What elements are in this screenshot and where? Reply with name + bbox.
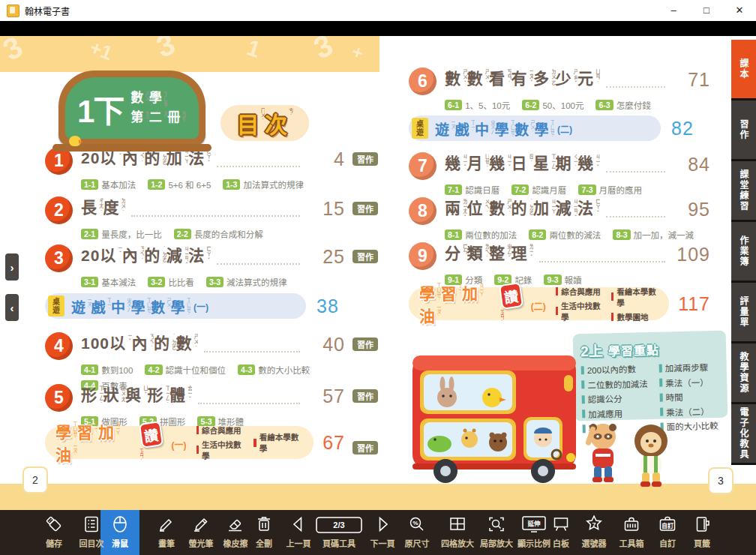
bus-illustration xyxy=(410,345,686,495)
sub-section[interactable]: 8-1兩位數的加法 xyxy=(445,229,517,241)
maximize-button[interactable]: □ xyxy=(690,0,723,21)
workbook-badge[interactable]: 習作 xyxy=(352,389,378,403)
chapter-row: 120以ㄧˇ內ㄋㄟˋ的˙ㄉㄜ加ㄐㄧㄚ法ㄈㄚˇ4習作1-1基本加法1-25+6 和… xyxy=(45,147,378,190)
sub-section[interactable]: 6-11、5、10元 xyxy=(445,99,510,111)
chapter-page-number: 25 xyxy=(306,244,345,268)
char: 習 xyxy=(77,420,93,442)
sub-section[interactable]: 3-2比比看 xyxy=(148,276,194,288)
sub-section[interactable]: 8-3加一加，減一減 xyxy=(613,229,694,241)
sub-section[interactable]: 1-1基本加法 xyxy=(81,178,136,190)
chapter-page-number: 95 xyxy=(671,197,710,221)
zan-stamp: 讚ㄗㄢˋ xyxy=(138,422,169,464)
dotted-leader xyxy=(606,197,666,218)
chapter-entry[interactable]: 7幾ㄐㄧˇ月ㄩㄝˋ幾ㄐㄧˇ日ㄖˋ星ㄒㄧㄥ期ㄑㄧˊ幾ㄐㄧˇ84 xyxy=(409,152,710,180)
lion-character xyxy=(634,424,668,487)
workbook-badge[interactable]: 習作 xyxy=(352,338,378,351)
workbook-badge[interactable]: 習作 xyxy=(352,152,378,166)
svg-text:%: % xyxy=(412,520,418,526)
sub-section-title: 量長度，比一比 xyxy=(101,228,162,240)
sub-section[interactable]: 4-1數到100 xyxy=(81,364,133,376)
chapter-entry[interactable]: 6數ㄕㄨˇ數ㄕㄨˋ看ㄎㄢˋ有ㄧㄡˇ多ㄉㄨㄛ少ㄕㄠˇ元ㄩㄢˊ71 xyxy=(409,68,710,95)
char: 的 xyxy=(154,332,170,355)
close-button[interactable]: ✕ xyxy=(723,0,756,21)
ruby-char: 數ㄕㄨˋ xyxy=(489,197,512,220)
ruby-char: 次ㄘˋ xyxy=(265,106,293,140)
toolbar-page-tab-button[interactable]: 頁籤 xyxy=(678,513,726,549)
right-tab-sidebar: 課本習作課堂練習作業簿評量單教學資源電子化教具 xyxy=(731,40,756,465)
board-game-pill: 桌遊遊ㄧㄡˊ戲ㄒㄧˋ中ㄓㄨㄥ學ㄒㄩㄝˊ數ㄕㄨˋ學ㄒㄩㄝˊ(一) xyxy=(45,293,306,319)
chapter-entry[interactable]: 2長ㄔㄤˊ度ㄉㄨˋ15習作 xyxy=(45,196,378,224)
char: 元 xyxy=(578,68,594,90)
sidebar-tab-3[interactable]: 課堂練習 xyxy=(731,161,756,222)
chapter-entry[interactable]: 5形ㄒㄧㄥˊ狀ㄓㄨㄤˋ與ㄩˇ形ㄒㄧㄥˊ體ㄊㄧˇ57習作 xyxy=(45,384,378,412)
sidebar-tab-4[interactable]: 作業簿 xyxy=(731,222,756,283)
panel-open-arrow[interactable]: › xyxy=(5,254,19,280)
sidebar-tab-6[interactable]: 教學資源 xyxy=(731,344,756,404)
sub-section[interactable]: 7-2認識月曆 xyxy=(512,184,566,196)
dotted-leader xyxy=(539,242,665,262)
chapter-entry[interactable]: 4100以ㄧˇ內ㄋㄟˋ的˙ㄉㄜ數ㄕㄨˋ40習作 xyxy=(45,332,378,360)
chapter-title: 20以ㄧˇ內ㄋㄟˋ的˙ㄉㄜ減ㄐㄧㄢˇ法ㄈㄚˇ xyxy=(81,244,211,267)
char: 長 xyxy=(81,196,98,219)
sidebar-tab-7[interactable]: 電子化教具 xyxy=(731,404,756,465)
workbook-badge[interactable]: 習作 xyxy=(352,250,378,263)
chapter-entry[interactable]: 320以ㄧˇ內ㄋㄟˋ的˙ㄉㄜ減ㄐㄧㄢˇ法ㄈㄚˇ25習作 xyxy=(45,244,378,272)
zhuyin-annotation: ㄗㄢˋ xyxy=(499,310,504,325)
sub-section-code: 1-2 xyxy=(148,179,165,190)
ruby-char: 加ㄐㄧㄚ xyxy=(98,420,120,442)
chapter-row: 320以ㄧˇ內ㄋㄟˋ的˙ㄉㄜ減ㄐㄧㄢˇ法ㄈㄚˇ25習作3-1基本減法3-2比比看… xyxy=(45,244,378,288)
sub-section[interactable]: 4-3數的大小比較 xyxy=(238,364,310,376)
minimize-button[interactable]: – xyxy=(657,0,690,21)
bonus-tag-column: 看繪本學數學 xyxy=(254,431,304,454)
toolbar-mouse-button[interactable]: 滑鼠 xyxy=(96,513,144,549)
sub-section[interactable]: 6-3怎麼付錢 xyxy=(596,99,650,111)
sidebar-tab-1[interactable]: 課本 xyxy=(731,40,756,100)
sub-section[interactable]: 3-1基本減法 xyxy=(81,276,136,288)
sub-section[interactable]: 7-3月曆的應用 xyxy=(578,184,642,196)
sub-section-title: 比比看 xyxy=(168,276,194,288)
sub-section[interactable]: 8-2兩位數的減法 xyxy=(529,229,601,241)
bonus-tag: 生活中找數學 xyxy=(196,439,248,461)
char: 中 xyxy=(111,296,125,316)
sidebar-tab-5[interactable]: 評量單 xyxy=(731,283,756,344)
ruby-char: 月ㄩㄝˋ xyxy=(467,152,490,175)
sub-section[interactable]: 9-3報讀 xyxy=(544,274,581,286)
board-game-entry[interactable]: 桌遊遊ㄧㄡˊ戲ㄒㄧˋ中ㄓㄨㄥ學ㄒㄩㄝˊ數ㄕㄨˋ學ㄒㄩㄝˊ(二)82 xyxy=(409,116,710,141)
panel-close-arrow[interactable]: ‹ xyxy=(5,294,19,321)
board-game-title: 遊ㄧㄡˊ戲ㄒㄧˋ中ㄓㄨㄥ學ㄒㄩㄝˊ數ㄕㄨˋ學ㄒㄩㄝˊ xyxy=(71,296,190,316)
zan-stamp: 讚ㄗㄢˋ xyxy=(498,284,527,325)
sub-section[interactable]: 1-3加法算式的規律 xyxy=(223,178,304,190)
char: 加 xyxy=(533,197,550,220)
char: 幾 xyxy=(578,152,594,175)
board-game-badge: 桌遊 xyxy=(48,296,64,316)
ruby-char: 第ㄉㄧˋ xyxy=(130,110,149,126)
bonus-entry[interactable]: 學ㄒㄩㄝˊ習ㄒㄧˊ加ㄐㄧㄚ油ㄧㄡˊ讚ㄗㄢˋ(二)綜合與應用生活中找數學看繪本學數… xyxy=(409,287,710,320)
sub-section[interactable]: 1-25+6 和 6+5 xyxy=(148,178,211,190)
sidebar-tab-label: 評量單 xyxy=(737,296,750,328)
bonus-entry[interactable]: 學ㄒㄩㄝˊ習ㄒㄧˊ加ㄐㄧㄚ油ㄧㄡˊ讚ㄗㄢˋ(一)綜合與應用生活中找數學看繪本學數… xyxy=(45,426,378,459)
ruby-char: 以ㄧˇ xyxy=(100,244,122,267)
sub-section-title: 怎麼付錢 xyxy=(616,99,651,111)
sub-section[interactable]: 7-1認識日曆 xyxy=(445,184,500,196)
sub-section[interactable]: 6-250、100元 xyxy=(522,99,584,111)
sub-section[interactable]: 2-1量長度，比一比 xyxy=(81,228,162,240)
sub-section[interactable]: 2-2長度的合成和分解 xyxy=(174,228,263,240)
ruby-char: 有ㄧㄡˇ xyxy=(512,68,534,90)
bonus-tag-column: 綜合與應用生活中找數學 xyxy=(556,286,604,322)
char: 少 xyxy=(556,68,572,90)
ruby-char: 與ㄩˇ xyxy=(125,384,148,406)
chapter-entry[interactable]: 8兩ㄌㄧㄤˇ位ㄨㄟˋ數ㄕㄨˋ的˙ㄉㄜ加ㄐㄧㄚ減ㄐㄧㄢˇ法ㄈㄚˇ95 xyxy=(409,197,710,225)
sub-section-code: 6-1 xyxy=(445,100,462,110)
board-game-entry[interactable]: 桌遊遊ㄧㄡˊ戲ㄒㄧˋ中ㄓㄨㄥ學ㄒㄩㄝˊ數ㄕㄨˋ學ㄒㄩㄝˊ(一)38 xyxy=(45,293,378,319)
sub-section-title: 兩位數的減法 xyxy=(549,229,601,241)
workbook-badge[interactable]: 習作 xyxy=(352,202,378,215)
char: 加 xyxy=(98,420,114,442)
workbook-badge[interactable]: 習作 xyxy=(352,441,378,454)
ruby-char: 星ㄒㄧㄥ xyxy=(533,152,556,175)
sub-section[interactable]: 4-2認識十位和個位 xyxy=(145,364,226,376)
sub-section[interactable]: 3-3減法算式的規律 xyxy=(206,276,287,288)
sidebar-tab-2[interactable]: 習作 xyxy=(731,100,756,161)
toolbar-page-tool-button[interactable]: 2/3頁碼工具 xyxy=(315,513,363,549)
chapter-entry[interactable]: 9分ㄈㄣ類ㄌㄟˋ整ㄓㄥˇ理ㄌㄧˇ109 xyxy=(409,242,710,270)
ruby-char: 法ㄈㄚˇ xyxy=(188,244,211,267)
